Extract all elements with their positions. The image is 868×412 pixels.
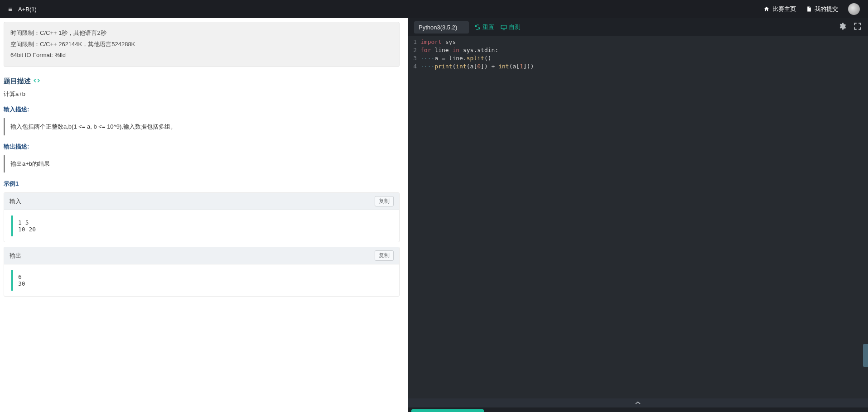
example1-title: 示例1 (4, 180, 400, 188)
example-input-body: 1 5 10 20 (4, 210, 399, 242)
doc-icon (806, 6, 812, 12)
language-select[interactable]: Python3(3.5.2) (414, 21, 469, 34)
output-label: 输出 (10, 252, 21, 260)
refresh-icon (474, 24, 481, 30)
output-desc-title: 输出描述: (4, 143, 400, 151)
reset-label: 重置 (482, 23, 494, 31)
app-header: A+B(1) 比赛主页 我的提交 (0, 0, 868, 18)
toolbar-right (838, 22, 862, 33)
desc-title-text: 题目描述 (4, 77, 31, 86)
nav-home-label: 比赛主页 (772, 5, 796, 13)
description-body: 计算a+b (4, 90, 400, 98)
limits-box: 时间限制：C/C++ 1秒，其他语言2秒 空间限制：C/C++ 262144K，… (4, 22, 400, 67)
selftest-label: 自测 (509, 23, 521, 31)
problem-title: A+B(1) (18, 6, 37, 13)
example-input-header: 输入 复制 (4, 193, 399, 210)
code-line-2: 2 for line in sys.stdin: (408, 46, 868, 54)
problem-panel: 时间限制：C/C++ 1秒，其他语言2秒 空间限制：C/C++ 262144K，… (0, 18, 408, 412)
limit-io: 64bit IO Format: %lld (10, 50, 393, 61)
avatar[interactable] (848, 3, 860, 15)
editor-toolbar: Python3(3.5.2) ▾ 重置 自测 (408, 18, 868, 36)
screen-icon (501, 24, 507, 30)
right-side-tab[interactable] (863, 344, 868, 367)
header-left: A+B(1) (8, 6, 37, 13)
input-label: 输入 (10, 197, 21, 206)
code-icon[interactable] (34, 78, 40, 85)
nav-contest-home[interactable]: 比赛主页 (763, 5, 796, 13)
output-desc-body: 输出a+b的结果 (4, 155, 400, 172)
example-input-block: 输入 复制 1 5 10 20 (4, 192, 400, 242)
nav-submit-label: 我的提交 (815, 5, 838, 13)
language-label: Python3(3.5.2) (419, 24, 457, 31)
input-desc-body: 输入包括两个正整数a,b(1 <= a, b <= 10^9),输入数据包括多组… (4, 118, 400, 135)
input-desc-title: 输入描述: (4, 105, 400, 114)
submit-button[interactable] (411, 409, 484, 412)
code-line-4: 4 ····print(int(a[0]) + int(a[1])) (408, 62, 868, 71)
main-split: 时间限制：C/C++ 1秒，其他语言2秒 空间限制：C/C++ 262144K，… (0, 18, 868, 412)
limit-time: 时间限制：C/C++ 1秒，其他语言2秒 (10, 28, 393, 39)
fullscreen-icon (854, 22, 862, 30)
gear-icon (838, 22, 846, 30)
section-description-title: 题目描述 (4, 77, 400, 86)
editor-panel: Python3(3.5.2) ▾ 重置 自测 1 (408, 18, 868, 412)
limit-space: 空间限制：C/C++ 262144K，其他语言524288K (10, 39, 393, 50)
home-icon (763, 6, 770, 12)
code-editor[interactable]: 1 import sys 2 for line in sys.stdin: 3 … (408, 36, 868, 398)
copy-input-button[interactable]: 复制 (375, 196, 394, 206)
code-line-1: 1 import sys (408, 38, 868, 46)
sample-input: 1 5 10 20 (11, 216, 392, 236)
submit-area (408, 407, 868, 412)
code-line-3: 3 ····a = line.split() (408, 54, 868, 62)
reset-button[interactable]: 重置 (474, 23, 494, 31)
svg-rect-0 (501, 25, 506, 29)
example-output-header: 输出 复制 (4, 247, 399, 264)
fullscreen-button[interactable] (854, 22, 862, 33)
example-output-block: 输出 复制 6 30 (4, 247, 400, 297)
nav-my-submissions[interactable]: 我的提交 (806, 5, 838, 13)
chevron-up-icon (635, 401, 641, 405)
copy-output-button[interactable]: 复制 (375, 250, 394, 261)
selftest-button[interactable]: 自测 (501, 23, 521, 31)
example-output-body: 6 30 (4, 264, 399, 296)
bottom-expand-handle[interactable] (408, 398, 868, 407)
list-icon[interactable] (8, 6, 14, 12)
header-right: 比赛主页 我的提交 (763, 3, 860, 15)
sample-output: 6 30 (11, 270, 392, 291)
settings-button[interactable] (838, 22, 846, 33)
